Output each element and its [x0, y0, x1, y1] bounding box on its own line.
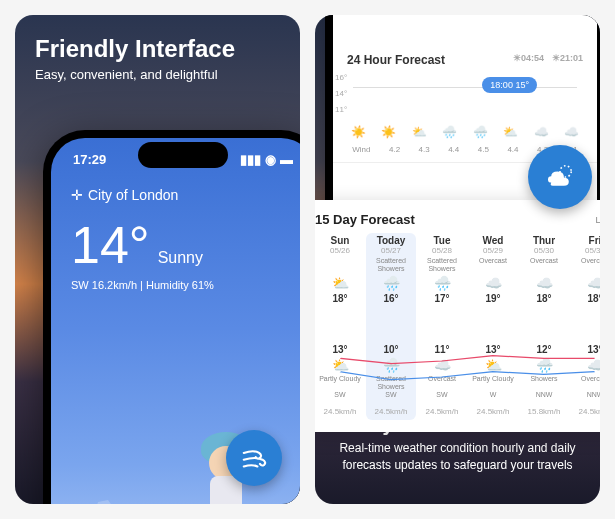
weather-icon: 🌧️ [417, 275, 467, 291]
weather-icon: ☁️ [417, 357, 467, 373]
cloud-badge [528, 145, 592, 209]
weather-icon: ☁️ [468, 275, 518, 291]
current-condition: Sunny [158, 249, 203, 267]
day-column[interactable]: Tue05/28Scattered Showers🌧️17°11°☁️Overc… [417, 233, 467, 420]
card-header: 15 Day Forecast Line ▾ [315, 212, 600, 227]
location-row[interactable]: ✛ City of London [51, 173, 300, 207]
deer-icon [83, 482, 133, 504]
battery-icon: ▬ [280, 152, 293, 167]
hourly-title: 24 Hour Forecast [347, 53, 445, 67]
day-column[interactable]: Sun05/26⛅18°13°⛅Partly CloudySW24.5km/h [315, 233, 365, 420]
day-column[interactable]: Wed05/29Overcast☁️19°13°⛅Partly CloudyW2… [468, 233, 518, 420]
card-title: 15 Day Forecast [315, 212, 415, 227]
signal-icon: ▮▮▮ [240, 152, 261, 167]
wind-fab-button[interactable] [226, 430, 282, 486]
promo-panel-right: 24 Hour Forecast ☀04:54 ☀21:01 16° 14° 1… [315, 15, 600, 504]
promo-text-block: Friendly Interface Easy, convenient, and… [35, 35, 280, 82]
promo-title: Friendly Interface [35, 35, 280, 63]
location-name: City of London [88, 187, 178, 203]
location-pin-icon: ✛ [71, 187, 83, 203]
day-column[interactable]: Fri05/31Overcast☁️18°13°☁️OvercastNNW24.… [570, 233, 600, 420]
weather-icon: 🌧️ [519, 357, 569, 373]
wifi-icon: ◉ [265, 152, 276, 167]
sunset-icon: ☀21:01 [552, 53, 583, 67]
weather-icon: 🌧️ [366, 275, 416, 291]
weather-icon: ☁️ [570, 275, 600, 291]
day-column[interactable]: Today05/27Scattered Showers🌧️16°10°🌧️Sca… [366, 233, 416, 420]
promo-panel-left: Friendly Interface Easy, convenient, and… [15, 15, 300, 504]
day-column[interactable]: Thur05/30Overcast☁️18°12°🌧️ShowersNNW15.… [519, 233, 569, 420]
fifteen-day-card: 15 Day Forecast Line ▾ Sun05/26⛅18°13°⛅P… [315, 200, 600, 432]
sunrise-icon: ☀04:54 [513, 53, 544, 67]
weather-icon: ⛅ [315, 357, 365, 373]
weather-icon: ☁️ [570, 357, 600, 373]
phone-notch [138, 142, 228, 168]
temperature-row: 14° Sunny [51, 207, 300, 277]
hourly-icons: ☀️☀️⛅🌧️🌧️⛅☁️☁️ [333, 123, 597, 143]
hourly-chart[interactable]: 16° 14° 11° 18:00 15° [333, 73, 597, 123]
status-time: 17:29 [73, 152, 106, 167]
view-toggle[interactable]: Line ▾ [595, 215, 600, 225]
wind-icon [237, 441, 271, 475]
current-temp: 14° [71, 215, 150, 275]
sun-times: ☀04:54 ☀21:01 [513, 53, 583, 67]
weather-detail: SW 16.2km/h | Humidity 61% [51, 277, 300, 293]
hourly-header: 24 Hour Forecast ☀04:54 ☀21:01 [333, 43, 597, 73]
cloud-moon-icon [540, 157, 580, 197]
weather-icon: ☁️ [519, 275, 569, 291]
weather-icon: ⛅ [468, 357, 518, 373]
chart-tooltip: 18:00 15° [482, 77, 537, 93]
promo-subtitle: Real-time weather condition hourly and d… [335, 440, 580, 474]
promo-subtitle: Easy, convenient, and delightful [35, 67, 280, 82]
status-icons: ▮▮▮ ◉ ▬ [240, 152, 293, 167]
days-grid: Sun05/26⛅18°13°⛅Partly CloudySW24.5km/hT… [315, 233, 600, 420]
weather-icon: 🌧️ [366, 357, 416, 373]
weather-icon: ⛅ [315, 275, 365, 291]
